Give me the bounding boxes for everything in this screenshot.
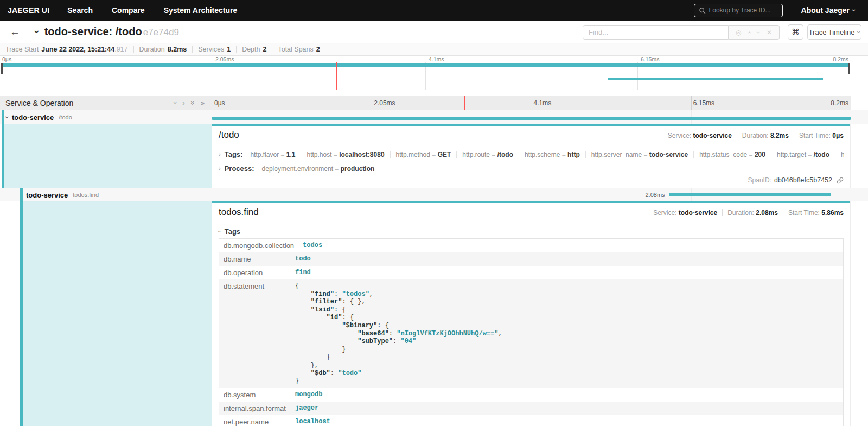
- trace-view-select-label: Trace Timeline: [809, 28, 855, 36]
- service-operation-label: Service & Operation: [5, 99, 73, 107]
- about-jaeger-menu[interactable]: About Jaeger ›: [801, 6, 855, 15]
- trace-view-select[interactable]: Trace Timeline ›: [807, 24, 861, 40]
- divider: [272, 46, 272, 53]
- process-summary: deployment.environment = production: [257, 165, 380, 173]
- timeline-minimap[interactable]: [2, 62, 849, 90]
- link-icon[interactable]: [837, 177, 844, 184]
- tag-value: todos: [298, 239, 843, 252]
- app-logo[interactable]: JAEGER UI: [8, 6, 49, 15]
- span-bar-todo[interactable]: [212, 117, 851, 120]
- tags-section-header[interactable]: › Tags: [219, 227, 844, 236]
- chevron-right-icon: ›: [219, 151, 221, 157]
- tag-key: db.system: [219, 388, 291, 402]
- clear-search-icon[interactable]: ✕: [767, 29, 772, 36]
- span-meta-item: Service: todo-service: [653, 209, 717, 217]
- time-tick-label: 4.1ms: [532, 99, 552, 107]
- divider: [219, 222, 844, 222]
- trace-lookup-input[interactable]: [709, 7, 778, 14]
- collapse-all-icon[interactable]: »: [189, 101, 196, 105]
- top-navbar: JAEGER UI Search Compare System Architec…: [0, 0, 868, 21]
- tag-table-row: db.systemmongodb: [219, 388, 843, 402]
- tag-key: internal.span.format: [219, 402, 291, 415]
- span-detail-todos-find: todos.find Service: todo-serviceDuration…: [212, 201, 851, 426]
- tags-key-value-table: db.mongodb.collectiontodosdb.nametododb.…: [219, 238, 844, 426]
- tag-item: http.target = /todo: [771, 151, 835, 158]
- tag-key: db.statement: [219, 279, 291, 388]
- minimap-tick-label: 2.05ms: [215, 56, 234, 62]
- minimap-span-bar-todos-find: [608, 78, 823, 80]
- span-meta-item: Service: todo-service: [668, 132, 732, 139]
- span-name-cell-todos-find[interactable]: todo-service todos.find: [0, 188, 212, 201]
- trace-stats-bar: Trace Start June 22 2022, 15:21:44.917 D…: [0, 43, 868, 56]
- nav-item-system-architecture[interactable]: System Architecture: [164, 6, 238, 15]
- tags-summary: http.flavor = 1.1http.host = localhost:8…: [245, 151, 844, 158]
- stat-trace-start: Trace Start June 22 2022, 15:21:44.917: [5, 46, 128, 53]
- span-id-row: SpanID: db046b8efc5b7452: [219, 176, 844, 184]
- time-tick-label: 2.05ms: [372, 99, 395, 107]
- tag-table-row: db.nametodo: [219, 252, 843, 266]
- trace-id: e7e74d9: [143, 27, 179, 38]
- find-controls: ◎ › › ✕: [729, 25, 780, 40]
- tag-item: http.method = GET: [391, 151, 457, 158]
- expand-one-icon[interactable]: ›: [182, 99, 184, 106]
- span-detail-meta: Service: todo-serviceDuration: 2.08msSta…: [653, 209, 844, 217]
- minimap-tick-labels: 0μs 2.05ms 4.1ms 6.15ms 8.2ms: [0, 56, 868, 62]
- search-scope-icon[interactable]: ◎: [736, 29, 741, 36]
- service-name: todo-service: [12, 113, 54, 122]
- minimap-left-scrubber[interactable]: [1, 63, 3, 74]
- back-button[interactable]: ←: [0, 21, 30, 43]
- nav-item-compare[interactable]: Compare: [112, 6, 145, 15]
- collapse-header-chevron-down-icon[interactable]: ›: [33, 30, 42, 34]
- tag-value: { "find": "todos", "filter": { }, "lsid"…: [291, 279, 843, 388]
- next-result-icon[interactable]: ›: [755, 31, 762, 34]
- span-meta-item: Start Time: 0μs: [799, 132, 844, 139]
- tag-item: http.route = /todo: [457, 151, 519, 158]
- keyboard-shortcuts-button[interactable]: ⌘: [788, 24, 803, 40]
- tag-item: http.status_code = 200: [694, 151, 771, 158]
- collapse-one-icon[interactable]: ›: [172, 101, 179, 104]
- chevron-down-icon: ›: [851, 9, 857, 11]
- tag-item: http.user_agent = M...: [835, 151, 844, 158]
- span-meta-item: Start Time: 5.86ms: [788, 209, 844, 217]
- span-meta-item: Duration: 8.2ms: [742, 132, 789, 139]
- span-row-todo[interactable]: › todo-service /todo: [0, 110, 868, 124]
- operation-name: /todo: [59, 114, 72, 120]
- span-name-cell-todo[interactable]: › todo-service /todo: [0, 110, 212, 124]
- minimap-right-scrubber[interactable]: [848, 63, 850, 74]
- trace-title: todo-service: /todo: [44, 26, 142, 38]
- span-graph-cell-todos-find[interactable]: 2.08ms: [212, 188, 851, 201]
- expand-all-icon[interactable]: »: [201, 99, 205, 106]
- divider: [219, 145, 844, 145]
- span-bar-todos-find[interactable]: 2.08ms: [669, 193, 831, 196]
- timeline-ruler[interactable]: 0μs 2.05ms 4.1ms 6.15ms 8.2ms: [212, 96, 851, 110]
- operation-name: todos.find: [73, 192, 99, 198]
- span-detail-todo: /todo Service: todo-serviceDuration: 8.2…: [212, 124, 851, 188]
- span-accent-todos-find: [20, 188, 23, 426]
- span-graph-cell-todo[interactable]: [212, 110, 851, 124]
- prev-result-icon[interactable]: ›: [746, 31, 752, 34]
- time-tick-label: 6.15ms: [691, 99, 714, 107]
- divider: [236, 46, 237, 53]
- json-value: { "find": "todos", "filter": { }, "lsid"…: [295, 282, 839, 385]
- span-color-bar: [212, 201, 850, 203]
- tags-accordion-header[interactable]: › Tags: http.flavor = 1.1http.host = loc…: [219, 149, 844, 160]
- divider: [737, 132, 737, 139]
- find-input[interactable]: [583, 25, 729, 40]
- stat-duration: Duration 8.2ms: [139, 46, 187, 53]
- time-tick-label: 8.2ms: [831, 99, 848, 107]
- process-accordion-header[interactable]: › Process: deployment.environment = prod…: [219, 163, 844, 174]
- tag-value: mongodb: [291, 388, 843, 402]
- tag-item: http.host = localhost:8080: [301, 151, 390, 158]
- tag-key: db.mongodb.collection: [219, 239, 298, 252]
- span-meta-item: Duration: 2.08ms: [727, 209, 778, 217]
- chevron-down-icon: ›: [216, 231, 222, 233]
- nav-item-search[interactable]: Search: [67, 6, 93, 15]
- navbar-right: About Jaeger ›: [694, 4, 855, 17]
- collapse-children-chevron-down-icon[interactable]: ›: [4, 116, 10, 118]
- span-row-todos-find[interactable]: todo-service todos.find 2.08ms: [0, 188, 868, 201]
- trace-lookup-box[interactable]: [694, 4, 783, 17]
- tag-table-row: db.mongodb.collectiontodos: [219, 239, 843, 252]
- minimap-tick-label: 8.2ms: [833, 56, 848, 62]
- about-jaeger-label: About Jaeger: [801, 6, 850, 15]
- tag-item: http.scheme = http: [519, 151, 586, 158]
